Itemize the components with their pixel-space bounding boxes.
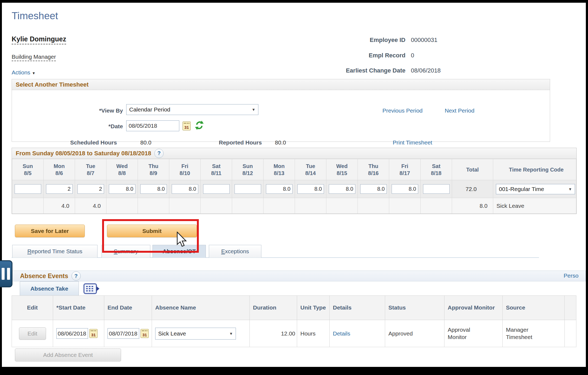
col-details: Details — [330, 296, 385, 320]
day-column-header: Sun8/12 — [232, 159, 264, 180]
tab-reported-time-status[interactable]: Reported Time Status — [12, 245, 98, 258]
tab-summary[interactable]: Summary — [102, 245, 150, 258]
employee-name[interactable]: Kylie Dominguez — [12, 35, 66, 44]
grid-title: From Sunday 08/05/2018 to Saturday 08/18… — [16, 150, 151, 157]
next-period-link[interactable]: Next Period — [445, 107, 475, 114]
col-absence-name: Absence Name — [152, 296, 250, 320]
page-title: Timesheet — [12, 10, 58, 22]
chevron-down-icon: ▼ — [32, 71, 35, 75]
col-start-date: *Start Date — [53, 296, 104, 320]
scheduled-hours-label: Scheduled Hours — [70, 139, 117, 146]
status-value: Approved — [385, 320, 444, 347]
day-hours-input[interactable] — [297, 184, 324, 194]
add-absence-event-button[interactable]: Add Absence Event — [15, 348, 121, 361]
day-hours-readonly — [358, 198, 389, 214]
day-hours-input[interactable] — [203, 184, 230, 194]
pagebar-collapse-icon[interactable] — [0, 260, 12, 287]
date-input[interactable] — [126, 120, 179, 131]
day-hours-input[interactable] — [266, 184, 293, 194]
day-column-header: Wed8/15 — [326, 159, 358, 180]
day-hours-input[interactable] — [15, 184, 41, 194]
col-approval-monitor: Approval Monitor — [444, 296, 503, 320]
day-hours-readonly — [106, 198, 138, 214]
timesheet-grid: From Sunday 08/05/2018 to Saturday 08/18… — [12, 148, 577, 214]
actions-label: Actions — [12, 69, 30, 75]
day-hours-input[interactable] — [172, 184, 198, 194]
chevron-down-icon: ▼ — [252, 107, 255, 112]
empl-record-row: Empl Record 0 — [232, 52, 443, 59]
date-label: *Date — [12, 123, 123, 130]
day-hours-readonly — [169, 198, 201, 214]
day-column-header: Thu8/16 — [358, 159, 389, 180]
trc-select[interactable]: 001-Regular Time▼ — [496, 184, 575, 194]
day-hours-input[interactable] — [235, 184, 261, 194]
employee-job-title[interactable]: Building Manager — [12, 54, 56, 61]
tab-absence-ot[interactable]: Absence/OT — [152, 245, 206, 258]
employee-id-row: Employee ID 00000031 — [232, 37, 443, 44]
day-hours-input[interactable] — [140, 184, 167, 194]
help-icon[interactable]: ? — [154, 149, 164, 158]
calendar-icon[interactable]: 31 — [183, 121, 191, 130]
scheduled-hours-value: 80.0 — [140, 139, 151, 146]
col-end-date: End Date — [104, 296, 152, 320]
grid-title-bar: From Sunday 08/05/2018 to Saturday 08/18… — [12, 148, 576, 159]
chevron-down-icon: ▼ — [229, 331, 233, 336]
day-hours-input[interactable] — [46, 184, 73, 194]
unit-type-value: Hours — [297, 320, 330, 347]
col-duration: Duration — [250, 296, 297, 320]
col-status: Status — [385, 296, 444, 320]
help-icon[interactable]: ? — [72, 271, 81, 281]
start-date-input[interactable] — [56, 328, 88, 339]
day-column-header: Fri8/17 — [389, 159, 421, 180]
personalize-link[interactable]: Perso — [564, 272, 579, 279]
show-all-columns-icon[interactable] — [83, 283, 100, 295]
day-hours-input[interactable] — [423, 184, 450, 194]
employee-id-label: Employee ID — [232, 37, 405, 44]
print-timesheet-link[interactable]: Print Timesheet — [393, 139, 432, 146]
submit-button[interactable]: Submit — [107, 225, 197, 237]
day-hours-readonly — [421, 198, 452, 214]
calendar-icon[interactable]: 31 — [89, 329, 98, 338]
chevron-down-icon: ▼ — [568, 187, 572, 191]
total-column-header: Total — [452, 159, 493, 180]
page-frame: Timesheet Kylie Dominguez Building Manag… — [2, 3, 586, 367]
col-unit-type: Unit Type — [297, 296, 330, 320]
day-hours-input[interactable] — [109, 184, 135, 194]
details-link[interactable]: Details — [333, 330, 350, 337]
day-hours-input[interactable] — [77, 184, 104, 194]
trc-column-header: Time Reporting Code — [493, 159, 576, 180]
absence-row: Edit 31 31 — [12, 320, 576, 347]
day-hours-input[interactable] — [392, 184, 418, 194]
row-total: 72.0 — [452, 180, 493, 198]
day-hours-readonly — [138, 198, 169, 214]
empl-record-label: Empl Record — [232, 52, 405, 59]
end-date-input[interactable] — [108, 328, 139, 339]
day-hours-input[interactable] — [329, 184, 355, 194]
pause-bar — [2, 268, 5, 280]
calendar-icon[interactable]: 31 — [141, 329, 149, 338]
refresh-icon[interactable] — [194, 120, 204, 131]
previous-period-link[interactable]: Previous Period — [382, 107, 423, 114]
day-column-header: Mon8/6 — [44, 159, 75, 180]
sick-leave-row: 4.04.08.0Sick Leave — [12, 198, 576, 214]
actions-menu[interactable]: Actions▼ — [12, 69, 35, 76]
select-panel-header: Select Another Timesheet — [12, 79, 550, 90]
day-hours-readonly — [389, 198, 421, 214]
absence-name-select[interactable]: Sick Leave ▼ — [155, 328, 236, 340]
timesheet-table: Sun8/5Mon8/6Tue8/7Wed8/8Thu8/9Fri8/10Sat… — [12, 159, 576, 214]
reported-hours-value: 80.0 — [275, 139, 286, 146]
tab-absence-take[interactable]: Absence Take — [20, 281, 79, 295]
day-hours-input[interactable] — [360, 184, 387, 194]
absence-table: Edit *Start Date End Date Absence Name D… — [12, 295, 576, 347]
day-column-header: Sun8/5 — [12, 159, 44, 180]
empl-record-value: 0 — [411, 52, 414, 59]
pause-bar — [7, 268, 10, 280]
reported-hours-label: Reported Hours — [219, 139, 262, 146]
source-value: Manager Timesheet — [506, 326, 541, 341]
save-for-later-button[interactable]: Save for Later — [15, 225, 85, 237]
col-source: Source — [503, 296, 565, 320]
day-column-header: Thu8/9 — [138, 159, 169, 180]
tab-exceptions[interactable]: Exceptions — [209, 245, 261, 258]
view-by-select[interactable]: Calendar Period ▼ — [126, 104, 258, 115]
edit-button[interactable]: Edit — [19, 327, 46, 340]
